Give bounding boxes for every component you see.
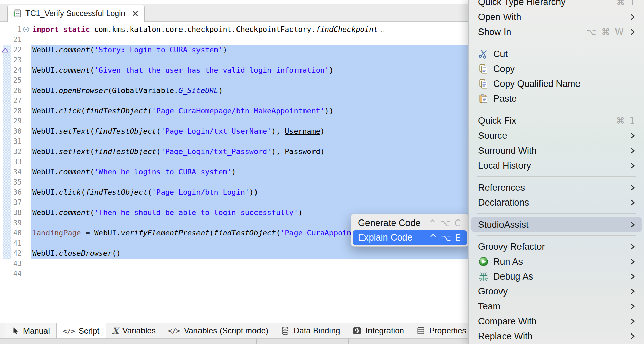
line-number[interactable]: 26 (10, 85, 22, 96)
line-number[interactable]: 25 (10, 75, 22, 85)
code-segment: 'Page_CuraHomepage/btn_MakeAppointment' (152, 107, 325, 115)
code-segment: ( (90, 147, 94, 156)
line-number[interactable]: 32 (10, 147, 22, 157)
code-segment: findTestObject (86, 188, 148, 196)
code-segment: comment (59, 45, 90, 54)
code-segment: ( (209, 229, 214, 237)
menu-item-groovy-refactor[interactable]: Groovy Refactor (469, 239, 644, 254)
menu-item-label: Source (478, 131, 507, 141)
menu-item-label: Open With (478, 12, 522, 22)
code-segment: ( (90, 208, 94, 217)
line-number[interactable]: 34 (10, 167, 22, 177)
view-tab-data-binding[interactable]: Data Binding (274, 323, 346, 339)
annotation-marker-icon (0, 45, 10, 55)
code-segment: WebUI. (32, 66, 59, 74)
menu-item-source[interactable]: Source (469, 128, 644, 143)
submenu-item-explain-code[interactable]: Explain Code^ ⌥ E (353, 230, 467, 245)
code-segment: closeBrowser (59, 249, 112, 257)
line-number[interactable]: 1 (10, 24, 22, 35)
menu-item-surround-with[interactable]: Surround With (469, 143, 644, 158)
code-segment: com.kms.katalon.core.checkpoint.Checkpoi… (94, 25, 316, 34)
line-number[interactable]: 21 (10, 35, 22, 45)
code-segment: ), (271, 147, 285, 156)
annotation-column (0, 35, 10, 45)
fold-column (22, 106, 31, 116)
menu-item-cut[interactable]: Cut (469, 46, 644, 61)
annotation-column (0, 85, 10, 96)
line-number[interactable]: 41 (10, 238, 22, 248)
menu-item-debug-as[interactable]: Debug As (469, 269, 644, 284)
chevron-right-icon (630, 220, 636, 229)
menu-item-label: Copy Qualified Name (493, 79, 581, 89)
view-tab-integration[interactable]: Integration (346, 323, 410, 339)
menu-item-show-in[interactable]: Show In⌥ ⌘ W (469, 24, 644, 39)
chevron-right-icon (630, 272, 636, 281)
annotation-column (0, 116, 10, 126)
menu-item-studioassist[interactable]: StudioAssist (471, 217, 642, 232)
code-segment: findCheckpoint (316, 25, 378, 34)
code-segment: ) (218, 86, 223, 95)
fold-column (22, 75, 31, 85)
tab-close-icon[interactable] (132, 10, 139, 17)
paste-icon (478, 93, 489, 104)
line-number[interactable]: 43 (10, 259, 22, 269)
code-segment: 'Page_Login/btn_Login' (152, 188, 249, 196)
menu-item-groovy[interactable]: Groovy (469, 284, 644, 299)
run-icon (478, 256, 489, 267)
menu-item-quick-fix[interactable]: Quick Fix⌘ 1 (469, 113, 644, 128)
line-number[interactable]: 38 (10, 208, 22, 218)
line-number[interactable]: 24 (10, 65, 22, 75)
editor-tab[interactable]: TC1_Verify Successful Login (7, 5, 145, 22)
menu-item-copy[interactable]: Copy (469, 61, 644, 76)
submenu-item-generate-code[interactable]: Generate Code^ ⌥ C (353, 216, 467, 230)
line-number[interactable]: 22 (10, 45, 22, 55)
code-segment: verifyElementPresent (121, 229, 209, 237)
menu-item-run-as[interactable]: Run As (469, 254, 644, 269)
code-segment: click (59, 107, 81, 115)
fold-column (22, 228, 31, 238)
menu-item-local-history[interactable]: Local History (469, 158, 644, 173)
code-segment: setText (59, 127, 90, 135)
menu-item-open-with[interactable]: Open With (469, 9, 644, 24)
line-number[interactable]: 42 (10, 248, 22, 259)
line-number[interactable]: 27 (10, 96, 22, 106)
menu-item-compare-with[interactable]: Compare With (469, 314, 644, 329)
menu-item-replace-with[interactable]: Replace With (469, 329, 644, 344)
view-tab-manual[interactable]: Manual (5, 323, 56, 339)
line-number[interactable]: 33 (10, 157, 22, 167)
line-number[interactable]: 23 (10, 55, 22, 65)
line-number[interactable]: 35 (10, 177, 22, 187)
view-tab-variables[interactable]: XVariables (106, 323, 162, 339)
view-tab-variables-script-mode[interactable]: </>Variables (Script mode) (162, 323, 274, 339)
status-separator (256, 339, 257, 344)
menu-item-label: Show In (478, 27, 511, 37)
line-number[interactable]: 28 (10, 106, 22, 116)
line-number[interactable]: 30 (10, 126, 22, 136)
code-segment: ) (320, 127, 325, 135)
line-number[interactable]: 44 (10, 269, 22, 279)
line-number[interactable]: 37 (10, 197, 22, 208)
line-number[interactable]: 40 (10, 228, 22, 238)
line-number[interactable]: 39 (10, 218, 22, 228)
code-segment: WebUI. (32, 107, 59, 115)
line-number[interactable]: 29 (10, 116, 22, 126)
menu-item-label: Debug As (493, 271, 533, 282)
chevron-right-icon (630, 302, 636, 311)
fold-plus-icon[interactable] (22, 24, 31, 35)
code-segment: findTestObject (94, 127, 156, 135)
annotation-column (0, 147, 10, 157)
view-tab-properties[interactable]: Properties (410, 323, 472, 339)
menu-item-declarations[interactable]: Declarations (469, 195, 644, 210)
menu-item-team[interactable]: Team (469, 299, 644, 314)
menu-item-copy-qualified-name[interactable]: Copy Qualified Name (469, 76, 644, 91)
menu-item-paste[interactable]: Paste (469, 91, 644, 106)
menu-item-references[interactable]: References (469, 180, 644, 195)
line-number[interactable]: 36 (10, 187, 22, 197)
menu-item-quick-type-hierarchy[interactable]: Quick Type Hierarchy⌘ T (469, 0, 644, 9)
database-icon (281, 326, 290, 336)
view-tab-script[interactable]: </>Script (56, 323, 106, 339)
code-segment: ( (81, 188, 86, 196)
code-segment: ) (298, 208, 302, 217)
annotation-column (0, 167, 10, 177)
line-number[interactable]: 31 (10, 136, 22, 147)
